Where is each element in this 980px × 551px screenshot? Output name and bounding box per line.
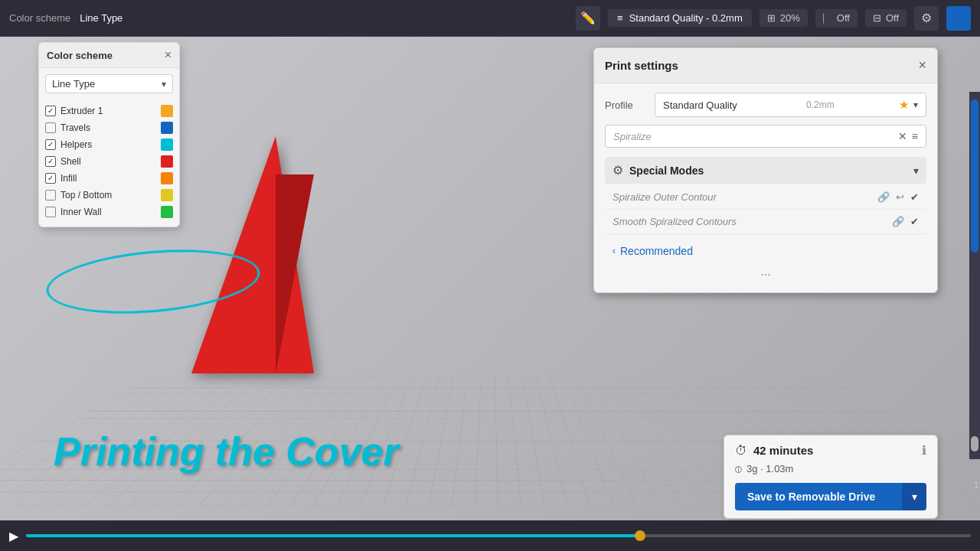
color-item: Shell	[45, 153, 173, 170]
scrollbar-thumb-top[interactable]	[971, 99, 978, 253]
breadcrumb-root[interactable]: Color scheme	[9, 12, 70, 24]
mode2-label: Smooth Spiralized Contours	[612, 216, 737, 227]
quality-selector[interactable]: ≡ Standard Quality - 0.2mm	[608, 9, 752, 27]
special-modes-header[interactable]: ⚙ Special Modes ▾	[605, 157, 926, 184]
save-button[interactable]: Save to Removable Drive	[735, 483, 902, 510]
item-checkbox[interactable]	[45, 207, 56, 217]
time-text: 42 minutes	[753, 444, 813, 457]
play-button[interactable]: ▶	[9, 529, 18, 543]
material-icon: ⦶	[735, 462, 742, 475]
item-checkbox[interactable]	[45, 190, 56, 201]
settings-title: Print settings	[605, 59, 678, 72]
color-item: Top / Bottom	[45, 187, 173, 204]
quality-label: Standard Quality - 0.2mm	[629, 12, 743, 24]
support-label: Off	[837, 12, 850, 24]
item-color-swatch	[161, 155, 173, 168]
dropdown-arrow-icon: ▾	[162, 79, 166, 90]
color-item: Helpers	[45, 136, 173, 153]
profile-icons: ★ ▾	[899, 98, 918, 112]
toolbar: Color scheme Line Type ✏️ ≡ Standard Qua…	[0, 0, 980, 37]
mode-row-2: Smooth Spiralized Contours 🔗 ✔	[605, 210, 926, 234]
progress-fill	[26, 534, 640, 537]
layer-icon: ⊞	[767, 12, 776, 24]
special-modes-chevron-icon: ▾	[913, 165, 919, 177]
item-color-swatch	[161, 206, 173, 218]
save-button-row: Save to Removable Drive ▾	[735, 483, 926, 510]
mode-row-1: Spiralize Outer Contour 🔗 ↩ ✔	[605, 185, 926, 210]
spiralize-text: Spiralize	[613, 131, 652, 142]
settings-body: Profile Standard Quality 0.2mm ★ ▾ Spira…	[594, 83, 937, 292]
profile-label: Profile	[605, 99, 647, 111]
playback-bar: ▶	[0, 520, 980, 551]
support-toggle[interactable]: ⎸ Off	[815, 9, 858, 28]
quality-icon: ≡	[617, 12, 623, 24]
item-checkbox[interactable]	[45, 173, 56, 184]
spiralize-row: Spiralize ✕ ≡	[605, 125, 926, 148]
settings-close-icon[interactable]: ×	[918, 57, 926, 73]
settings-header: Print settings ×	[594, 48, 937, 83]
scrollbar-thumb-bottom[interactable]	[971, 436, 978, 452]
item-color-swatch	[161, 122, 173, 134]
adhesion-label: Off	[886, 12, 899, 24]
item-label: Travels	[60, 122, 156, 133]
recommended-label: Recommended	[620, 245, 693, 257]
print-settings-panel: Print settings × Profile Standard Qualit…	[593, 47, 938, 293]
mode2-link-icon[interactable]: 🔗	[892, 216, 904, 227]
item-label: Extruder 1	[60, 106, 156, 116]
item-checkbox[interactable]	[45, 139, 56, 150]
item-label: Helpers	[60, 139, 156, 150]
profile-select[interactable]: Standard Quality 0.2mm ★ ▾	[655, 93, 926, 117]
item-checkbox[interactable]	[45, 122, 56, 133]
item-checkbox[interactable]	[45, 156, 56, 167]
settings-icon[interactable]: ⚙	[914, 6, 939, 31]
progress-bar[interactable]	[26, 534, 971, 537]
color-panel-close[interactable]: ×	[165, 49, 172, 61]
mode1-label: Spiralize Outer Contour	[612, 191, 717, 203]
mode1-check-icon[interactable]: ✔	[910, 191, 919, 203]
recommended-button[interactable]: ‹ Recommended	[612, 245, 693, 257]
item-checkbox[interactable]	[45, 106, 56, 116]
color-items-list: Extruder 1TravelsHelpersShellInfillTop /…	[39, 99, 179, 227]
layer-percent[interactable]: ⊞ 20%	[760, 9, 808, 27]
info-icon[interactable]: ℹ	[922, 443, 926, 458]
line-type-dropdown[interactable]: Line Type ▾	[45, 74, 173, 93]
clock-icon: ⏱	[735, 444, 747, 458]
top-right-btn[interactable]	[946, 6, 971, 31]
special-modes-label: Special Modes	[629, 165, 704, 177]
adhesion-icon: ⊟	[873, 12, 881, 24]
more-options-dots[interactable]: ...	[605, 260, 926, 283]
dropdown-value: Line Type	[52, 78, 95, 90]
color-panel-header: Color scheme ×	[39, 43, 179, 68]
time-row: ⏱ 42 minutes ℹ	[735, 443, 926, 458]
color-item: Travels	[45, 119, 173, 136]
mode2-icons: 🔗 ✔	[892, 216, 919, 227]
special-modes-left: ⚙ Special Modes	[612, 163, 704, 178]
profile-chevron-icon[interactable]: ▾	[913, 99, 918, 110]
recommended-chevron-icon: ‹	[612, 246, 616, 256]
adhesion-toggle[interactable]: ⊟ Off	[865, 9, 906, 27]
mode1-link-icon[interactable]: 🔗	[877, 191, 890, 203]
color-item: Infill	[45, 170, 173, 187]
color-scheme-panel: Color scheme × Line Type ▾ Extruder 1Tra…	[38, 42, 180, 227]
support-icon: ⎸	[823, 12, 832, 24]
time-left: ⏱ 42 minutes	[735, 444, 813, 458]
bottom-info-panel: ⏱ 42 minutes ℹ ⦶ 3g · 1.03m Save to Remo…	[724, 435, 938, 519]
mode2-check-icon[interactable]: ✔	[910, 216, 919, 227]
percent-label: 20%	[780, 12, 800, 24]
page-number: 1	[974, 481, 978, 490]
item-label: Top / Bottom	[60, 190, 156, 201]
spiralize-actions: ✕ ≡	[898, 130, 918, 142]
save-chevron-button[interactable]: ▾	[902, 483, 926, 510]
star-icon[interactable]: ★	[899, 98, 909, 112]
progress-thumb[interactable]	[635, 530, 645, 541]
mode1-icons: 🔗 ↩ ✔	[877, 191, 919, 203]
spiralize-menu-icon[interactable]: ≡	[912, 130, 918, 142]
item-color-swatch	[161, 139, 173, 151]
scrollbar-track	[969, 92, 980, 459]
print-text-overlay: Printing the Cover	[54, 429, 399, 474]
mode1-reset-icon[interactable]: ↩	[896, 191, 904, 203]
spiralize-clear-icon[interactable]: ✕	[898, 130, 907, 142]
pencil-icon[interactable]: ✏️	[576, 6, 600, 31]
color-item: Extruder 1	[45, 103, 173, 119]
special-modes-icon: ⚙	[612, 163, 623, 178]
